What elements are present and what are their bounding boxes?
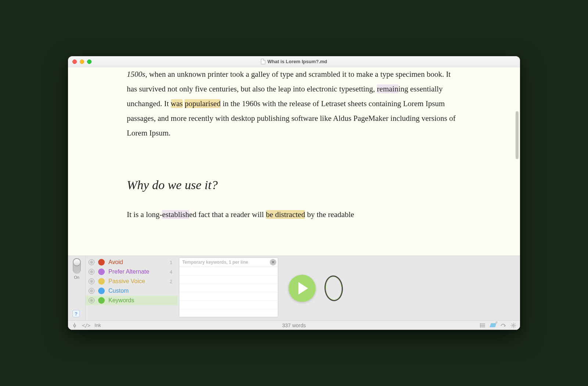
share-icon[interactable] — [500, 322, 506, 328]
category-keywords[interactable]: Keywords — [86, 296, 178, 305]
code-view-icon[interactable]: </> — [82, 322, 90, 328]
scrollbar-thumb[interactable] — [516, 111, 519, 159]
keywords-column: Temporary keywords, 1 per line ✕ — [178, 256, 280, 320]
category-count: 4 — [170, 269, 174, 275]
category-count: 2 — [170, 279, 174, 284]
target-icon[interactable] — [89, 288, 94, 294]
app-window: What is Lorem Ipsum?.md 1500s, when an u… — [68, 56, 520, 330]
text: It is a long- — [127, 210, 162, 219]
highlight-passive-voice[interactable]: was — [171, 99, 183, 108]
mode-label[interactable]: Ink — [94, 322, 101, 328]
highlighter-icon[interactable] — [490, 323, 496, 327]
traffic-lights — [72, 59, 92, 64]
titlebar: What is Lorem Ipsum?.md — [68, 56, 520, 67]
close-icon[interactable]: ✕ — [270, 259, 276, 266]
editor-area: 1500s, when an unknown printer took a ga… — [68, 67, 520, 256]
switch-column: On ? — [68, 256, 86, 320]
document-icon — [261, 59, 265, 64]
target-icon[interactable] — [89, 278, 94, 284]
window-title-text: What is Lorem Ipsum?.md — [268, 59, 327, 64]
category-count: 1 — [170, 260, 174, 265]
status-bar: </> Ink 337 words — [68, 320, 520, 330]
svg-point-5 — [480, 327, 481, 327]
category-list: Avoid1Prefer Alternate4Passive Voice2Cus… — [86, 256, 178, 320]
color-dot — [98, 268, 105, 275]
category-label: Avoid — [108, 259, 166, 266]
color-dot — [98, 278, 105, 285]
text-italic: 1500s, — [127, 70, 147, 79]
color-dot — [98, 288, 105, 294]
paragraph-2[interactable]: It is a long-established fact that a rea… — [127, 208, 461, 222]
list-icon[interactable] — [480, 322, 486, 328]
keywords-lines — [179, 267, 278, 317]
svg-point-3 — [480, 324, 481, 324]
play-column — [280, 256, 520, 320]
heading-why-do-we-use-it[interactable]: Why do we use it? — [127, 173, 461, 197]
document-editor[interactable]: 1500s, when an unknown printer took a ga… — [68, 67, 520, 256]
highlight-prefer-alternate[interactable]: remain — [377, 84, 398, 93]
text: by the readable — [305, 210, 354, 219]
switch-label: On — [74, 275, 79, 279]
ink-toggle-switch[interactable] — [73, 258, 81, 274]
word-count: 337 words — [68, 322, 520, 328]
target-icon[interactable] — [89, 259, 94, 265]
help-button[interactable]: ? — [72, 310, 80, 317]
window-title: What is Lorem Ipsum?.md — [68, 59, 520, 64]
highlight-passive-voice[interactable]: popularised — [184, 99, 220, 108]
play-icon — [298, 282, 308, 295]
play-button[interactable] — [288, 275, 316, 302]
highlight-prefer-alternate[interactable]: establish — [162, 210, 189, 219]
svg-point-6 — [513, 324, 514, 326]
target-icon[interactable] — [89, 269, 94, 275]
color-dot — [98, 297, 105, 304]
svg-point-4 — [480, 325, 481, 326]
ink-panel: On ? Avoid1Prefer Alternate4Passive Voic… — [68, 256, 520, 330]
keywords-placeholder: Temporary keywords, 1 per line — [182, 260, 248, 265]
gear-icon[interactable] — [510, 322, 516, 328]
category-label: Keywords — [108, 297, 169, 304]
color-dot — [98, 259, 105, 266]
category-passive-voice[interactable]: Passive Voice2 — [86, 277, 178, 286]
zoom-window-button[interactable] — [87, 59, 92, 64]
category-label: Passive Voice — [108, 278, 166, 285]
highlight-passive-voice[interactable]: be distracted — [266, 210, 305, 219]
target-icon[interactable] — [89, 297, 94, 303]
text: ed fact that a reader will — [189, 210, 266, 219]
category-label: Custom — [108, 288, 169, 294]
category-custom[interactable]: Custom — [86, 286, 178, 296]
paragraph-1[interactable]: 1500s, when an unknown printer took a ga… — [127, 67, 461, 140]
minimize-window-button[interactable] — [80, 59, 84, 64]
category-avoid[interactable]: Avoid1 — [86, 257, 178, 267]
keywords-textbox[interactable]: Temporary keywords, 1 per line ✕ — [179, 257, 278, 317]
pin-icon[interactable] — [72, 322, 78, 328]
category-prefer-alternate[interactable]: Prefer Alternate4 — [86, 267, 178, 277]
close-window-button[interactable] — [72, 59, 77, 64]
category-label: Prefer Alternate — [108, 268, 166, 275]
progress-oval — [324, 275, 344, 302]
